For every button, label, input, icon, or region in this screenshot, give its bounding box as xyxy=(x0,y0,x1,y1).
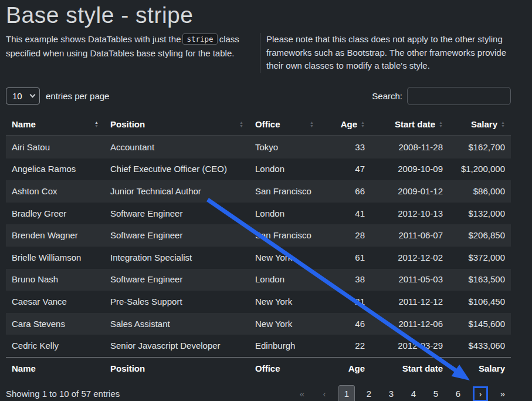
column-header-office[interactable]: Office▲▼ xyxy=(249,114,320,136)
table-cell: Pre-Sales Support xyxy=(104,291,249,313)
search-label: Search: xyxy=(372,91,402,101)
next-page-button[interactable]: › xyxy=(473,386,488,401)
previous-page-button[interactable]: ‹ xyxy=(316,385,333,401)
sort-desc-icon: ▼ xyxy=(239,124,243,128)
table-footer-row: NamePositionOfficeAgeStart dateSalary xyxy=(6,358,511,380)
column-header-age[interactable]: Age▲▼ xyxy=(320,114,371,136)
table-cell: Cara Stevens xyxy=(6,313,104,335)
datatables-example-page: Base style - stripe This example shows D… xyxy=(0,0,532,401)
table-cell: $145,600 xyxy=(449,313,511,335)
table-foot: NamePositionOfficeAgeStart dateSalary xyxy=(6,358,511,380)
column-header-content: Salary▲▼ xyxy=(455,119,505,130)
table-cell: Cedric Kelly xyxy=(6,335,104,357)
sort-icon: ▲▼ xyxy=(94,121,99,128)
table-cell: San Francisco xyxy=(249,180,320,203)
intro-section: This example shows DataTables with just … xyxy=(6,33,511,73)
stripe-code-chip: stripe xyxy=(182,33,217,45)
page-button-2[interactable]: 2 xyxy=(361,385,377,401)
table-cell: New York xyxy=(249,247,320,269)
sort-icon: ▲▼ xyxy=(439,121,443,128)
table-cell: 2009-01-12 xyxy=(371,180,449,203)
intro-left-text: This example shows DataTables with just … xyxy=(6,33,250,60)
table-cell: Angelica Ramos xyxy=(6,159,104,181)
intro-left-pre: This example shows DataTables with just … xyxy=(6,34,181,44)
table-cell: London xyxy=(249,269,320,291)
table-cell: 66 xyxy=(320,180,371,203)
column-header-position[interactable]: Position▲▼ xyxy=(104,114,249,136)
table-cell: Software Engineer xyxy=(104,203,249,225)
table-cell: 2011-05-03 xyxy=(371,269,449,291)
page-length-select-wrap: 10 xyxy=(6,87,40,105)
page-button-5[interactable]: 5 xyxy=(428,385,444,401)
table-cell: $132,000 xyxy=(449,203,511,225)
column-label: Age xyxy=(341,119,357,130)
sort-desc-icon: ▼ xyxy=(94,124,99,128)
table-cell: 28 xyxy=(320,224,371,247)
table-cell: 47 xyxy=(320,159,371,181)
column-label: Position xyxy=(110,119,145,130)
table-row: Cedric KellySenior Javascript DeveloperE… xyxy=(6,335,511,357)
table-cell: $106,450 xyxy=(449,291,511,313)
table-cell: Caesar Vance xyxy=(6,291,104,313)
sort-icon: ▲▼ xyxy=(361,121,365,128)
table-row: Brielle WilliamsonIntegration Specialist… xyxy=(6,247,511,269)
last-page-button[interactable]: » xyxy=(494,385,511,401)
table-cell: 2012-03-29 xyxy=(371,335,449,357)
table-cell: Edinburgh xyxy=(249,335,320,357)
table-cell: Junior Technical Author xyxy=(104,180,249,203)
sort-icon: ▲▼ xyxy=(310,121,314,128)
search-input[interactable] xyxy=(407,87,511,105)
table-cell: Tokyo xyxy=(249,136,320,159)
table-cell: 2011-12-12 xyxy=(371,291,449,313)
table-cell: London xyxy=(249,159,320,181)
page-button-3[interactable]: 3 xyxy=(383,385,399,401)
table-cell: $162,700 xyxy=(449,136,511,159)
column-header-salary[interactable]: Salary▲▼ xyxy=(449,114,511,136)
intro-left-column: This example shows DataTables with just … xyxy=(6,33,260,73)
column-label: Office xyxy=(255,119,280,130)
search-control: Search: xyxy=(372,87,511,105)
table-cell: Integration Specialist xyxy=(104,247,249,269)
table-cell: Ashton Cox xyxy=(6,180,104,203)
column-header-content: Office▲▼ xyxy=(255,119,314,130)
sort-desc-icon: ▼ xyxy=(310,124,314,128)
sort-desc-icon: ▼ xyxy=(361,124,365,128)
table-row: Brenden WagnerSoftware EngineerSan Franc… xyxy=(6,224,511,247)
table-cell: 22 xyxy=(320,335,371,357)
first-page-button[interactable]: « xyxy=(294,385,310,401)
footer-column-label-age: Age xyxy=(320,358,371,380)
column-label: Salary xyxy=(471,119,497,130)
intro-right-text: Please note that this class does not app… xyxy=(266,33,511,73)
column-header-content: Age▲▼ xyxy=(326,119,365,130)
table-cell: $206,850 xyxy=(449,224,511,247)
footer-column-label-salary: Salary xyxy=(449,358,511,380)
table-cell: 2009-10-09 xyxy=(371,159,449,181)
table-controls: 10 entries per page Search: xyxy=(6,87,511,105)
table-row: Caesar VancePre-Sales SupportNew York212… xyxy=(6,291,511,313)
table-cell: New York xyxy=(249,313,320,335)
table-cell: Brielle Williamson xyxy=(6,247,104,269)
page-button-4[interactable]: 4 xyxy=(405,385,422,401)
pagination: «‹123456›» xyxy=(288,385,511,401)
table-row: Angelica RamosChief Executive Officer (C… xyxy=(6,159,511,181)
table-cell: 46 xyxy=(320,313,371,335)
table-cell: 2008-11-28 xyxy=(371,136,449,159)
table-head: Name▲▼Position▲▼Office▲▼Age▲▼Start date▲… xyxy=(6,114,511,136)
table-header-row: Name▲▼Position▲▼Office▲▼Age▲▼Start date▲… xyxy=(6,114,511,136)
table-cell: $163,500 xyxy=(449,269,511,291)
table-cell: $1,200,000 xyxy=(449,159,511,181)
table-cell: Software Engineer xyxy=(104,224,249,247)
table-cell: 2011-12-06 xyxy=(371,313,449,335)
page-button-1[interactable]: 1 xyxy=(338,385,355,401)
column-header-name[interactable]: Name▲▼ xyxy=(6,114,104,136)
page-length-select[interactable]: 10 xyxy=(6,87,40,105)
footer-column-label-start-date: Start date xyxy=(371,358,449,380)
table-row: Bruno NashSoftware EngineerLondon382011-… xyxy=(6,269,511,291)
column-label: Name xyxy=(12,119,36,130)
page-button-6[interactable]: 6 xyxy=(450,385,466,401)
table-row: Bradley GreerSoftware EngineerLondon4120… xyxy=(6,203,511,225)
column-label: Start date xyxy=(395,119,435,130)
column-header-start-date[interactable]: Start date▲▼ xyxy=(371,114,449,136)
sort-desc-icon: ▼ xyxy=(439,124,443,128)
intro-right-column: Please note that this class does not app… xyxy=(260,33,511,73)
